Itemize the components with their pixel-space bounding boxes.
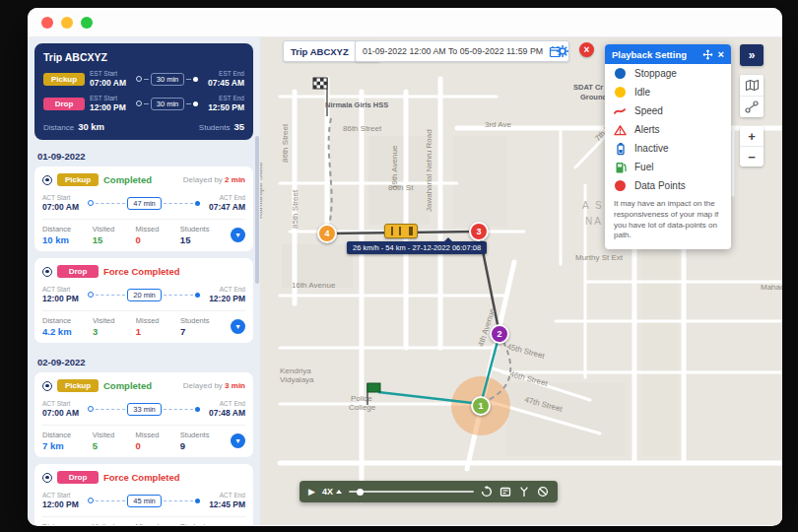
checkered-flag-icon	[311, 73, 337, 118]
est-end-time: 07:45 AM	[203, 78, 244, 88]
alert-icon	[614, 123, 627, 136]
duration-pill: 47 min	[127, 197, 162, 210]
drop-badge: Drop	[57, 471, 99, 484]
trip-stats-row: Distance10 km Visited15 Missed0 Students…	[42, 225, 245, 245]
expand-card-button[interactable]: ▾	[231, 319, 245, 334]
save-view-button[interactable]	[499, 486, 511, 498]
trip-selector-label: Trip ABCXYZ	[291, 46, 349, 57]
traffic-light-close[interactable]	[41, 17, 53, 29]
route-icon	[745, 100, 759, 113]
trip-card: Drop Force Completed ACT Start12:00 PM 2…	[34, 258, 253, 343]
route-marker-1[interactable]: 1	[471, 396, 491, 416]
trip-title: Trip ABCXYZ	[43, 51, 244, 63]
legend-item-alerts[interactable]: Alerts	[605, 120, 731, 139]
playback-player-bar: ▶ 4X	[299, 481, 558, 502]
act-time-row: ACT Start12:00 PM 45 min ACT End12:45 PM	[42, 492, 245, 509]
trip-status: Completed	[103, 174, 152, 185]
start-flag-marker[interactable]	[311, 73, 337, 122]
trip-status: Force Completed	[103, 266, 180, 277]
delay-text: Delayed by 3 min	[183, 381, 245, 390]
move-icon[interactable]	[702, 49, 713, 60]
branch-button[interactable]	[518, 486, 530, 498]
trip-status: Force Completed	[103, 472, 180, 483]
speed-selector[interactable]: 4X	[322, 487, 342, 497]
school-marker[interactable]	[363, 379, 384, 411]
trip-radio[interactable]	[42, 175, 52, 185]
disable-button[interactable]	[537, 486, 549, 498]
timeline-slider[interactable]	[349, 491, 474, 493]
map-icon	[745, 79, 760, 92]
bus-tooltip: 26 km/h - 54 km - 27-12-2022 06:07:08	[347, 241, 487, 254]
map-label-jawaharlal-nehru-road: Jawaharlal Nehru Road	[425, 129, 433, 212]
play-button[interactable]: ▶	[308, 488, 315, 497]
replay-button[interactable]	[481, 486, 493, 498]
bus-icon[interactable]	[384, 224, 418, 238]
summary-footer: Distance 30 km Students 35	[43, 121, 244, 132]
legend-item-idle[interactable]: Idle	[605, 83, 731, 101]
traffic-light-minimize[interactable]	[61, 17, 73, 29]
route-marker-3[interactable]: 3	[469, 222, 489, 241]
trip-radio[interactable]	[42, 473, 52, 483]
distance-value: 30 km	[78, 121, 104, 132]
est-drop-row: Drop EST Start12:00 PM 30 min EST End12:…	[43, 95, 244, 112]
route-marker-2[interactable]: 2	[490, 324, 509, 344]
data-points-icon	[614, 179, 627, 192]
panel-close-icon[interactable]: ×	[718, 49, 724, 60]
map-label-vidyalaya: Vidyalaya	[280, 375, 314, 384]
legend-item-inactive[interactable]: Inactive	[605, 139, 731, 158]
est-end-time: 12:50 PM	[203, 102, 244, 112]
battery-icon	[614, 142, 627, 155]
panel-header[interactable]: Playback Setting ×	[605, 44, 731, 64]
map-label-murthy-st-ext: Murthy St Ext	[575, 253, 623, 262]
zoom-out-button[interactable]: −	[740, 147, 764, 166]
date-range-picker[interactable]: 01-09-2022 12:00 AM To 05-09-2022 11:59 …	[355, 40, 569, 62]
idle-icon	[614, 86, 627, 99]
expand-card-button[interactable]: ▾	[231, 433, 245, 448]
drop-badge: Drop	[57, 265, 99, 278]
legend-item-fuel[interactable]: Fuel	[605, 158, 731, 176]
est-pickup-row: Pickup EST Start07:00 AM 30 min EST End0…	[43, 70, 244, 88]
legend-item-speed[interactable]: Speed	[605, 101, 731, 120]
map-label-mahade: Mahade	[761, 283, 782, 292]
traffic-light-maximize[interactable]	[81, 17, 93, 29]
trip-radio[interactable]	[42, 267, 52, 277]
trip-stats-row: Distance4.2 km Visited3 Missed1 Students…	[42, 316, 245, 337]
slider-thumb[interactable]	[357, 489, 364, 496]
act-end-time: 07:47 AM	[204, 202, 245, 212]
est-start-time: 07:00 AM	[90, 78, 131, 88]
map-label-kamarajar-salai: Kamarajar Salai	[260, 163, 264, 219]
trip-radio[interactable]	[42, 381, 52, 391]
act-time-row: ACT Start07:00 AM 33 min ACT End07:48 AM	[42, 400, 245, 418]
map-label-sdat: SDAT Cr	[573, 83, 603, 92]
map-label-86th-st: 86th St	[388, 183, 413, 192]
duration-connector: 30 min	[136, 73, 198, 86]
route-marker-4[interactable]: 4	[317, 224, 337, 243]
trip-card: Drop Force Completed ACT Start12:00 PM 4…	[34, 464, 253, 525]
panel-title: Playback Setting	[612, 49, 698, 60]
expand-card-button[interactable]: ▾	[231, 228, 245, 242]
panel-note: It may have an impact on the responsiven…	[605, 195, 731, 249]
act-start-time: 07:00 AM	[42, 202, 84, 212]
app-window: Trip ABCXYZ Pickup EST Start07:00 AM 30 …	[28, 8, 782, 526]
collapse-panel-button[interactable]: »	[740, 44, 764, 66]
settings-button[interactable]	[554, 42, 570, 59]
legend-item-stoppage[interactable]: Stoppage	[605, 64, 731, 83]
route-toggle-button[interactable]	[740, 96, 764, 117]
chevron-down-icon: ▾	[235, 436, 239, 445]
close-playback-button[interactable]: ×	[579, 42, 594, 57]
est-start-label: EST Start	[90, 70, 131, 77]
sidebar-scrollbar[interactable]	[255, 77, 259, 510]
gear-icon	[556, 44, 569, 58]
map-canvas[interactable]: Kamarajar Salai 86th Street 85th Street …	[260, 37, 782, 525]
act-end-label: ACT End	[204, 194, 245, 201]
est-end-label: EST End	[203, 70, 244, 77]
est-start-time: 12:00 PM	[90, 102, 131, 112]
act-time-row: ACT Start12:00 PM 20 min ACT End12:20 PM	[42, 286, 245, 303]
map-label-3rd-ave: 3rd Ave	[485, 120, 511, 129]
zoom-in-button[interactable]: +	[740, 126, 764, 147]
legend-item-data-points[interactable]: Data Points	[605, 176, 731, 195]
map-type-button[interactable]	[740, 75, 764, 96]
zoom-control: + −	[740, 126, 764, 166]
map-label-85th-street: 85th Street	[291, 190, 299, 229]
act-time-row: ACT Start07:00 AM 47 min ACT End07:47 AM	[42, 194, 245, 212]
